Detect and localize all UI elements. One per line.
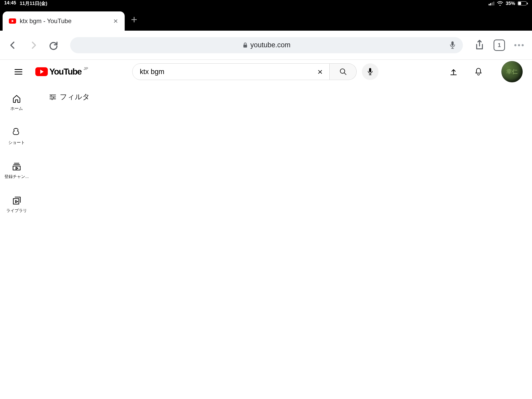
url-host: youtube.com: [250, 41, 291, 49]
rail-subscriptions[interactable]: 登録チャン...: [0, 162, 33, 179]
browser-toolbar: youtube.com 1: [0, 31, 532, 60]
subscriptions-icon: [12, 162, 21, 171]
reload-button[interactable]: [47, 39, 60, 51]
filter-label: フィルタ: [60, 92, 90, 102]
library-icon: [12, 196, 21, 205]
svg-rect-6: [369, 68, 371, 72]
mini-guide: ホーム ショート 登録チャン... ライブラリ: [0, 84, 33, 399]
main-content: ホーム ショート 登録チャン... ライブラリ フィルタ: [0, 84, 532, 399]
wifi-icon: [497, 1, 503, 6]
clear-search-button[interactable]: ×: [315, 67, 325, 76]
filter-icon: [49, 94, 57, 100]
device-status-bar: 14:45 11月11日(金) 35%: [0, 0, 532, 7]
youtube-wordmark: YouTube: [49, 67, 82, 77]
youtube-mark-icon: [35, 67, 48, 76]
svg-rect-1: [451, 41, 454, 46]
voice-search-button[interactable]: [362, 63, 378, 80]
svg-point-4: [522, 44, 524, 46]
status-date: 11月11日(金): [20, 0, 47, 6]
new-tab-button[interactable]: +: [125, 14, 144, 31]
youtube-favicon-icon: [9, 18, 16, 24]
rail-home[interactable]: ホーム: [0, 94, 33, 111]
lock-icon: [243, 42, 248, 48]
tab-title: ktx bgm - YouTube: [20, 17, 108, 25]
home-icon: [12, 94, 21, 103]
rail-home-label: ホーム: [10, 106, 23, 111]
guide-menu-button[interactable]: [12, 66, 25, 77]
youtube-region: JP: [84, 66, 88, 71]
back-button[interactable]: [7, 39, 19, 51]
svg-point-2: [514, 44, 516, 46]
rail-library[interactable]: ライブラリ: [0, 196, 33, 214]
search-input[interactable]: [140, 68, 315, 76]
search-button[interactable]: [330, 63, 357, 80]
close-tab-button[interactable]: ×: [112, 16, 119, 26]
shorts-icon: [12, 128, 21, 137]
tabs-overview-button[interactable]: 1: [494, 39, 505, 51]
rail-shorts-label: ショート: [8, 140, 25, 145]
svg-rect-0: [243, 45, 247, 48]
svg-point-3: [518, 44, 520, 46]
battery-icon: [518, 1, 528, 5]
cellular-signal-icon: [489, 2, 494, 5]
youtube-header: YouTube JP × 幸仁: [0, 60, 532, 84]
results-area: フィルタ: [33, 84, 532, 399]
search-box[interactable]: ×: [132, 63, 330, 80]
battery-percent: 35%: [506, 1, 515, 6]
rail-shorts[interactable]: ショート: [0, 128, 33, 145]
status-time: 14:45: [4, 0, 16, 6]
avatar-button[interactable]: 幸仁: [501, 61, 523, 82]
rail-subs-label: 登録チャン...: [4, 174, 29, 179]
share-button[interactable]: [473, 39, 486, 51]
tabs-count-label: 1: [498, 42, 501, 49]
browser-tab-active[interactable]: ktx bgm - YouTube ×: [3, 11, 125, 31]
youtube-logo[interactable]: YouTube JP: [35, 67, 88, 77]
search-form: ×: [132, 63, 378, 80]
rail-library-label: ライブラリ: [6, 208, 27, 214]
filter-button[interactable]: フィルタ: [33, 84, 532, 102]
browser-tab-strip: ktx bgm - YouTube × +: [0, 7, 532, 31]
address-bar[interactable]: youtube.com: [70, 37, 463, 53]
browser-menu-button[interactable]: [513, 39, 525, 51]
create-upload-button[interactable]: [446, 64, 461, 79]
avatar-initials: 幸仁: [506, 68, 518, 76]
notifications-button[interactable]: [471, 64, 486, 79]
forward-button[interactable]: [27, 39, 39, 51]
url-mic-icon[interactable]: [447, 40, 458, 50]
